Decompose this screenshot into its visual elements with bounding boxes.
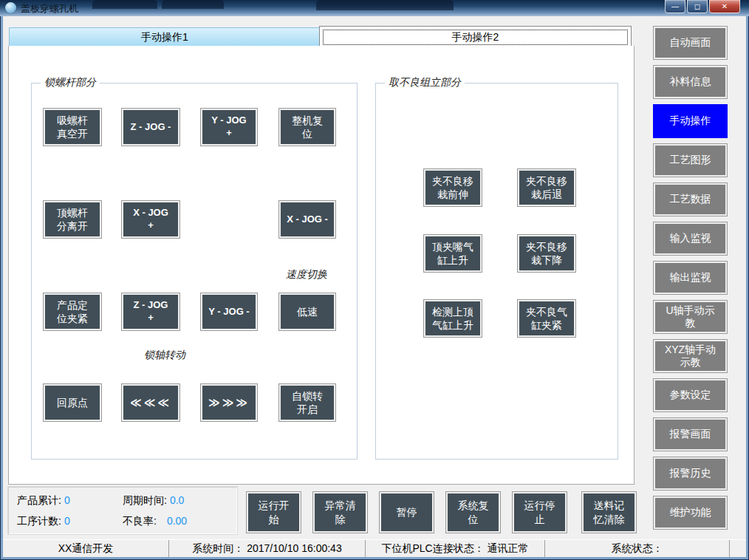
process-count-label: 工序计数: xyxy=(17,515,61,527)
process-count-stat: 工序计数:0 xyxy=(17,515,70,528)
process-count-value: 0 xyxy=(64,515,70,527)
tab-manual-2-label: 手动操作2 xyxy=(323,30,628,45)
sidebar-item-xyz-axis-teach[interactable]: XYZ轴手动 示教 xyxy=(653,339,728,373)
sidebar-item-u-axis-teach[interactable]: U轴手动示 教 xyxy=(653,300,728,334)
close-button[interactable]: ✕ xyxy=(709,0,740,13)
low-speed-button[interactable]: 低速 xyxy=(278,293,336,331)
window-title: 盖板穿螺孔机 xyxy=(21,2,78,16)
sidebar-item-alarm-screen[interactable]: 报警画面 xyxy=(653,417,728,451)
system-reset-button[interactable]: 系统复 位 xyxy=(445,491,501,533)
z-jog-minus-button[interactable]: Z - JOG - xyxy=(121,108,180,146)
clamp-bad-transfer-back-button[interactable]: 夹不良移 栽后退 xyxy=(517,168,576,207)
sidebar-item-auto-screen[interactable]: 自动画面 xyxy=(653,26,728,60)
y-jog-minus-button[interactable]: Y - JOG - xyxy=(200,293,258,331)
statusbar-system-time: 系统时间： 2017/10/10 16:00:43 xyxy=(169,540,366,557)
statusbar-plc-status: 下位机PLC连接状态： 通讯正常 xyxy=(366,540,545,557)
status-bar: XX通信开发 系统时间： 2017/10/10 16:00:43 下位机PLC连… xyxy=(3,539,746,557)
sidebar-item-output-monitor[interactable]: 输出监视 xyxy=(653,261,728,295)
title-bar[interactable]: 盖板穿螺孔机 — ◻ ✕ xyxy=(0,0,749,16)
sidebar-item-parameter-setting[interactable]: 参数设定 xyxy=(653,378,728,412)
app-window: 盖板穿螺孔机 — ◻ ✕ 手动操作1 手动操作2 锁螺杆部分 吸螺杆 真空开 Z… xyxy=(0,0,749,560)
product-total-stat: 产品累计:0 xyxy=(17,494,70,508)
speed-switch-label: 速度切换 xyxy=(278,268,335,281)
sidebar-item-process-data[interactable]: 工艺数据 xyxy=(653,182,728,216)
minimize-button[interactable]: — xyxy=(665,0,685,13)
feed-memory-clear-button[interactable]: 送料记 忆清除 xyxy=(581,491,637,533)
top-screw-separate-open-button[interactable]: 顶螺杆 分离开 xyxy=(43,200,102,239)
statusbar-dev-info: XX通信开发 xyxy=(3,540,169,557)
z-jog-plus-button[interactable]: Z - JOG + xyxy=(121,293,180,331)
clamp-bad-transfer-down-button[interactable]: 夹不良移 栽下降 xyxy=(517,234,576,273)
lock-axis-rotate-label: 锁轴转动 xyxy=(124,349,205,362)
top-clamp-nozzle-cyl-up-button[interactable]: 顶夹嘴气 缸上升 xyxy=(423,234,482,273)
statusbar-end-spacer xyxy=(730,540,746,557)
production-stats-panel: 产品累计:0 周期时间:0.0 工序计数:0 不良率:0.00 xyxy=(7,486,238,535)
cycle-time-stat: 周期时间:0.0 xyxy=(123,494,184,508)
rotate-reverse-button[interactable]: ≪≪≪ xyxy=(121,383,180,422)
x-jog-plus-button[interactable]: X - JOG + xyxy=(121,200,180,239)
rotate-forward-button[interactable]: ≫≫≫ xyxy=(200,383,258,422)
background-window-tab xyxy=(162,0,224,9)
tab-manual-1[interactable]: 手动操作1 xyxy=(9,27,321,47)
group-lock-screw-title: 锁螺杆部分 xyxy=(41,76,100,89)
group-take-bad-assembly-title: 取不良组立部分 xyxy=(385,76,465,89)
sidebar-item-process-graphic[interactable]: 工艺图形 xyxy=(653,143,728,177)
tab-manual-2[interactable]: 手动操作2 xyxy=(319,26,632,47)
clamp-bad-cyl-tight-button[interactable]: 夹不良气 缸夹紧 xyxy=(517,299,576,338)
sidebar-item-refill-info[interactable]: 补料信息 xyxy=(653,65,728,99)
defect-rate-stat: 不良率:0.00 xyxy=(123,515,187,528)
defect-rate-value: 0.00 xyxy=(167,515,187,527)
sidebar-item-manual-operation[interactable]: 手动操作 xyxy=(653,104,728,138)
home-button[interactable]: 回原点 xyxy=(43,383,102,422)
y-jog-plus-button[interactable]: Y - JOG + xyxy=(200,108,258,146)
maximize-button[interactable]: ◻ xyxy=(687,0,708,13)
detect-top-cyl-up-button[interactable]: 检测上顶 气缸上升 xyxy=(423,299,482,338)
cycle-time-value: 0.0 xyxy=(170,494,184,506)
run-stop-button[interactable]: 运行停 止 xyxy=(512,491,567,533)
machine-reset-button[interactable]: 整机复 位 xyxy=(278,108,336,146)
background-window-tab xyxy=(316,0,454,10)
run-start-button[interactable]: 运行开 始 xyxy=(246,491,301,533)
statusbar-system-status: 系统状态： xyxy=(545,540,730,557)
sidebar-item-input-monitor[interactable]: 输入监视 xyxy=(653,222,728,256)
clamp-bad-transfer-forward-button[interactable]: 夹不良移 栽前伸 xyxy=(423,168,482,207)
x-jog-minus-button[interactable]: X - JOG - xyxy=(278,200,336,239)
pause-button[interactable]: 暂停 xyxy=(379,491,434,533)
product-total-value: 0 xyxy=(64,494,70,506)
background-window-tab xyxy=(92,0,157,9)
product-total-label: 产品累计: xyxy=(17,494,61,506)
sidebar-item-maintenance[interactable]: 维护功能 xyxy=(653,496,728,530)
suck-screw-vacuum-on-button[interactable]: 吸螺杆 真空开 xyxy=(43,108,102,146)
cycle-time-label: 周期时间: xyxy=(123,494,167,506)
sidebar-item-alarm-history[interactable]: 报警历史 xyxy=(653,457,728,491)
error-clear-button[interactable]: 异常清 除 xyxy=(312,491,368,533)
app-icon xyxy=(5,2,16,13)
self-lock-rotate-on-button[interactable]: 自锁转 开启 xyxy=(278,383,336,422)
group-take-bad-assembly-section: 取不良组立部分 xyxy=(375,83,618,460)
defect-rate-label: 不良率: xyxy=(123,515,157,527)
product-position-clamp-button[interactable]: 产品定 位夹紧 xyxy=(43,293,102,331)
